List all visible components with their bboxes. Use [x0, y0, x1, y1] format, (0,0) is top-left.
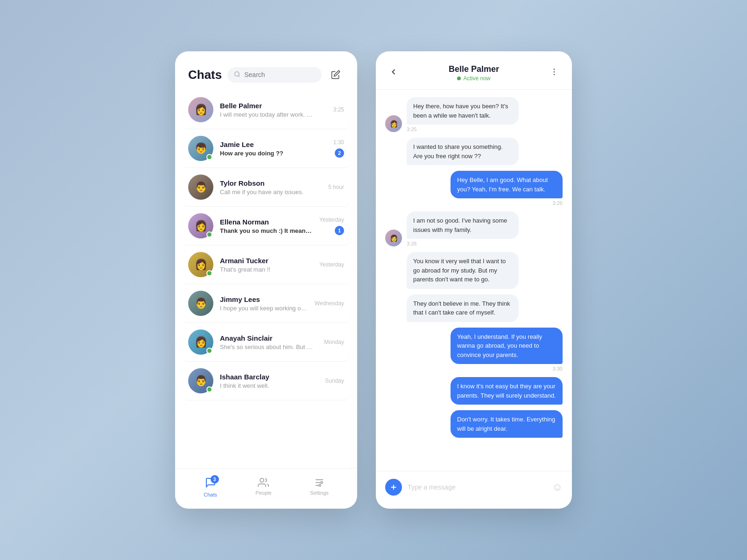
online-indicator: [206, 386, 212, 392]
chats-panel-title: Chats: [188, 68, 222, 82]
svg-point-5: [321, 482, 323, 483]
contact-name: Armani Tucker: [220, 257, 313, 265]
message-content: You know it very well that I want to go …: [407, 252, 519, 289]
chat-item-ishaan-barclay[interactable]: 👨 Ishaan Barclay I think it went well. S…: [183, 362, 350, 400]
message-row-m6: They don't believe in me. They think tha…: [385, 294, 563, 322]
app-container: Chats 👩 Belle Palmer: [175, 51, 572, 509]
chat-preview: She's so serious about him. But he doesn…: [220, 343, 313, 350]
message-content: They don't believe in me. They think tha…: [407, 294, 519, 322]
chat-item-armani-tucker[interactable]: 👩 Armani Tucker That's great man !! Yest…: [183, 245, 350, 284]
chat-info: Tylor Robson Call me if you have any iss…: [220, 179, 322, 196]
message-bubble: Don't worry. It takes time. Everything w…: [451, 410, 563, 438]
chat-preview: I think it went well.: [220, 382, 313, 389]
search-input[interactable]: [244, 71, 315, 78]
message-row-m5: You know it very well that I want to go …: [385, 252, 563, 289]
chats-header: Chats: [175, 51, 357, 91]
contact-name: Belle Palmer: [220, 102, 327, 110]
more-options-button[interactable]: [546, 65, 563, 81]
emoji-button[interactable]: ☺: [552, 481, 563, 493]
chats-panel: Chats 👩 Belle Palmer: [175, 51, 357, 509]
message-bubble: I wanted to share you something. Are you…: [407, 138, 519, 165]
chats-nav-badge: 3: [211, 475, 219, 483]
online-indicator: [206, 348, 212, 354]
message-content: I am not so good. I've having some issue…: [407, 211, 519, 246]
message-row-m3: Hey Belle, I am good. What about you? Ye…: [385, 171, 563, 206]
chat-info: Ishaan Barclay I think it went well.: [220, 373, 318, 389]
chat-preview: How are you doing ??: [220, 150, 313, 157]
message-avatar: 👩: [385, 115, 402, 132]
message-bubble: They don't believe in me. They think tha…: [407, 294, 519, 322]
message-content: I know it's not easy but they are your p…: [451, 377, 563, 405]
chat-time: Monday: [324, 339, 344, 345]
svg-point-6: [319, 484, 321, 486]
message-avatar: 👩: [385, 230, 402, 246]
message-row-m7: Yeah, I understand. If you really wanna …: [385, 328, 563, 372]
nav-item-chats[interactable]: 3 Chats: [204, 477, 217, 497]
chat-preview: Thank you so much :) It means a lot.: [220, 227, 313, 234]
settings-nav-label: Settings: [310, 490, 329, 496]
online-indicator: [206, 231, 212, 238]
chat-preview: I will meet you today after work. I will…: [220, 111, 313, 118]
unread-badge: 2: [335, 148, 344, 158]
chat-contact-status: Active now: [408, 75, 540, 82]
message-content: Hey there, how have you been? It's been …: [407, 97, 519, 132]
chat-item-belle-palmer[interactable]: 👩 Belle Palmer I will meet you today aft…: [183, 91, 350, 129]
input-area: ☺: [376, 471, 572, 509]
add-attachment-button[interactable]: [385, 479, 402, 496]
avatar-wrap: 👨: [188, 291, 213, 316]
avatar-wrap: 👨: [188, 368, 213, 393]
message-time: 3:28: [407, 241, 519, 246]
chat-meta: 5 hour: [328, 184, 344, 190]
svg-point-0: [235, 71, 239, 76]
compose-button[interactable]: [327, 66, 344, 83]
message-input[interactable]: [408, 483, 547, 491]
message-bubble: Hey Belle, I am good. What about you? Ye…: [451, 171, 563, 198]
contact-name: Anayah Sinclair: [220, 334, 317, 342]
message-row-m4: 👩 I am not so good. I've having some iss…: [385, 211, 563, 246]
search-bar[interactable]: [227, 67, 322, 83]
message-bubble: Hey there, how have you been? It's been …: [407, 97, 519, 125]
people-icon: [258, 477, 269, 488]
settings-icon: [314, 477, 325, 488]
message-bubble: I know it's not easy but they are your p…: [451, 377, 563, 405]
chat-preview: That's great man !!: [220, 266, 313, 273]
avatar: 👨: [188, 175, 213, 200]
chat-item-tylor-robson[interactable]: 👨 Tylor Robson Call me if you have any i…: [183, 168, 350, 207]
nav-item-people[interactable]: People: [255, 477, 271, 497]
chat-item-anayah-sinclair[interactable]: 👩 Anayah Sinclair She's so serious about…: [183, 323, 350, 362]
svg-point-8: [554, 71, 555, 72]
chat-contact-name: Belle Palmer: [408, 64, 540, 74]
chat-item-jamie-lee[interactable]: 👦 Jamie Lee How are you doing ?? 1:30 2: [183, 129, 350, 168]
chat-time: Yesterday: [319, 261, 344, 268]
contact-name: Ellena Norman: [220, 218, 313, 226]
chat-preview: Call me if you have any issues.: [220, 189, 313, 196]
message-time: 3:30: [451, 366, 563, 371]
chat-item-ellena-norman[interactable]: 👩 Ellena Norman Thank you so much :) It …: [183, 207, 350, 245]
message-bubble: You know it very well that I want to go …: [407, 252, 519, 289]
avatar-wrap: 👨: [188, 175, 213, 200]
avatar: 👨: [188, 291, 213, 316]
avatar-wrap: 👩: [188, 252, 213, 277]
unread-badge: 1: [335, 226, 344, 235]
svg-point-9: [554, 74, 555, 75]
avatar-wrap: 👩: [188, 97, 213, 122]
chat-info: Armani Tucker That's great man !!: [220, 257, 313, 273]
message-time: 3:25: [407, 126, 519, 132]
chat-view-title: Belle Palmer Active now: [408, 64, 540, 82]
nav-item-settings[interactable]: Settings: [310, 477, 329, 497]
chats-nav-label: Chats: [204, 492, 217, 497]
message-content: Hey Belle, I am good. What about you? Ye…: [451, 171, 563, 206]
avatar: 👩: [188, 97, 213, 122]
contact-name: Ishaan Barclay: [220, 373, 318, 381]
message-time: 3:26: [451, 200, 563, 206]
chat-meta: Wednesday: [315, 300, 344, 307]
svg-point-1: [260, 478, 264, 482]
chat-meta: 3:25: [333, 106, 344, 113]
svg-point-7: [554, 68, 555, 70]
chat-item-jimmy-lees[interactable]: 👨 Jimmy Lees I hope you will keep workin…: [183, 284, 350, 323]
message-content: I wanted to share you something. Are you…: [407, 138, 519, 165]
chat-time: Sunday: [325, 378, 344, 384]
back-button[interactable]: [385, 65, 402, 81]
people-nav-label: People: [255, 490, 271, 496]
status-dot-icon: [457, 77, 461, 80]
